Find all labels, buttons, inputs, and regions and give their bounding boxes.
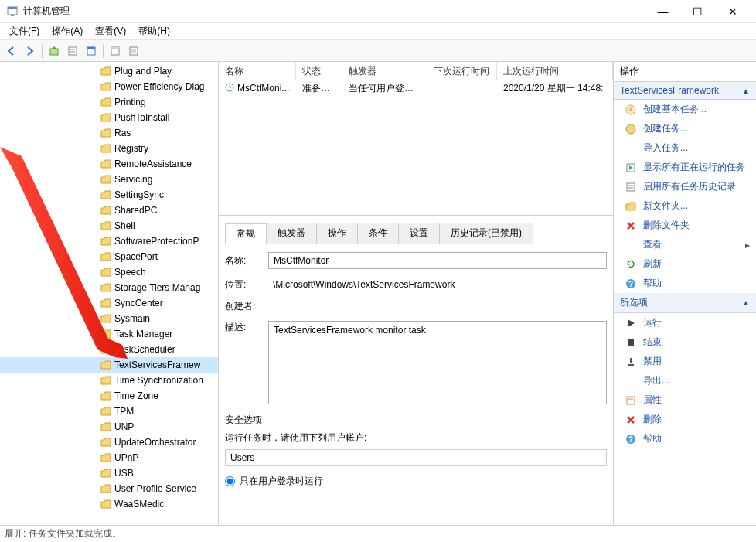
maximize-button[interactable]: ☐: [680, 1, 715, 22]
tree-item[interactable]: Shell: [0, 218, 218, 234]
action-properties[interactable]: 属性: [614, 390, 756, 410]
label-location: 位置:: [225, 278, 268, 291]
col-next[interactable]: 下次运行时间: [427, 62, 497, 80]
task-row[interactable]: MsCtfMoni... 准备就绪 当任何用户登录时 2020/1/20 星期一…: [219, 80, 613, 96]
statusbar: 展开: 任务文件夹加载完成。: [0, 526, 756, 541]
tree-item[interactable]: UNP: [0, 419, 218, 435]
tree-item[interactable]: Task Manager: [0, 326, 218, 342]
action-delete[interactable]: 删除: [614, 410, 756, 429]
input-name[interactable]: MsCtfMonitor: [268, 252, 607, 269]
tree-item-label: SyncCenter: [114, 298, 163, 308]
tab-triggers[interactable]: 触发器: [266, 223, 317, 244]
tab-settings[interactable]: 设置: [398, 223, 440, 244]
menu-view[interactable]: 查看(V): [89, 23, 132, 39]
detail-tabs: 常规 触发器 操作 条件 设置 历史记录(已禁用): [225, 223, 607, 244]
action-end[interactable]: 结束: [614, 332, 756, 352]
task-name: MsCtfMoni...: [237, 83, 289, 94]
tree-item-label: UNP: [114, 421, 134, 432]
action-run[interactable]: 运行: [614, 313, 756, 332]
tree-item[interactable]: Power Efficiency Diag: [0, 79, 218, 94]
tree-body[interactable]: Plug and PlayPower Efficiency DiagPrinti…: [0, 62, 218, 525]
tree-item[interactable]: Speech: [0, 264, 218, 280]
menu-file[interactable]: 文件(F): [3, 23, 46, 39]
tree-item[interactable]: Storage Tiers Manag: [0, 280, 218, 295]
tree-item-label: Time Synchronization: [114, 375, 203, 386]
tree-item[interactable]: UPnP: [0, 450, 218, 465]
menu-help[interactable]: 帮助(H): [132, 23, 176, 39]
tree-item[interactable]: PushToInstall: [0, 110, 218, 125]
tab-actions[interactable]: 操作: [316, 223, 358, 244]
input-desc[interactable]: TextServicesFramework monitor task: [268, 321, 607, 404]
tab-general[interactable]: 常规: [225, 223, 267, 244]
action-import-task[interactable]: 导入任务...: [614, 138, 756, 158]
tool-icon-6[interactable]: [125, 43, 142, 60]
folder-icon: [100, 97, 111, 107]
action-create-task[interactable]: 创建任务...: [614, 119, 756, 138]
tree-item[interactable]: SyncCenter: [0, 295, 218, 311]
tree-item[interactable]: Servicing: [0, 172, 218, 187]
col-name[interactable]: 名称: [219, 62, 296, 80]
action-disable[interactable]: 禁用: [614, 352, 756, 371]
tree-item[interactable]: TaskScheduler: [0, 342, 218, 357]
new-folder-icon: [625, 200, 637, 213]
action-create-basic[interactable]: 创建基本任务...: [614, 100, 756, 119]
tree-item[interactable]: USB: [0, 465, 218, 481]
label-creator: 创建者:: [225, 300, 268, 313]
tree-item[interactable]: UpdateOrchestrator: [0, 435, 218, 450]
action-new-folder[interactable]: 新文件夹...: [614, 196, 756, 216]
menu-action[interactable]: 操作(A): [46, 23, 89, 39]
tree-item[interactable]: TPM: [0, 404, 218, 419]
tree-item[interactable]: Sysmain: [0, 311, 218, 326]
action-enable-history[interactable]: 启用所有任务历史记录: [614, 177, 756, 196]
tree-item[interactable]: WaaSMedic: [0, 496, 218, 512]
tab-history[interactable]: 历史记录(已禁用): [439, 223, 533, 244]
tree-item[interactable]: RemoteAssistance: [0, 156, 218, 172]
svg-rect-3: [50, 49, 58, 55]
actions-group-context[interactable]: TextServicesFramework ▲: [614, 82, 756, 100]
action-help[interactable]: ? 帮助: [614, 274, 756, 293]
tree-item[interactable]: Time Zone: [0, 388, 218, 404]
back-button[interactable]: [3, 43, 20, 60]
actions-group-selected[interactable]: 所选项 ▲: [614, 293, 756, 313]
tree-item[interactable]: SharedPC: [0, 203, 218, 218]
tree-item[interactable]: Plug and Play: [0, 63, 218, 79]
radio-logged-on[interactable]: [225, 476, 235, 486]
forward-button[interactable]: [22, 43, 39, 60]
action-refresh[interactable]: 刷新: [614, 254, 756, 274]
col-last[interactable]: 上次运行时间: [497, 62, 613, 80]
svg-point-19: [626, 124, 635, 134]
tree-item[interactable]: User Profile Service: [0, 481, 218, 496]
tree-item[interactable]: SpacePort: [0, 249, 218, 264]
tree-item[interactable]: TextServicesFramew: [0, 357, 218, 373]
tree-item[interactable]: Printing: [0, 94, 218, 110]
action-delete-folder[interactable]: 删除文件夹: [614, 216, 756, 235]
refresh-icon[interactable]: [83, 43, 100, 60]
action-view[interactable]: 查看 ▸: [614, 235, 756, 254]
task-rows[interactable]: MsCtfMoni... 准备就绪 当任何用户登录时 2020/1/20 星期一…: [219, 80, 613, 215]
tree-item[interactable]: SettingSync: [0, 187, 218, 203]
action-show-running[interactable]: 显示所有正在运行的任务: [614, 158, 756, 177]
tree-item[interactable]: Registry: [0, 141, 218, 156]
tree-item[interactable]: Time Synchronization: [0, 373, 218, 388]
folder-icon: [100, 360, 111, 370]
value-creator: [268, 305, 607, 309]
col-trigger[interactable]: 触发器: [342, 62, 427, 80]
folder-icon: [100, 453, 111, 462]
help-icon[interactable]: [107, 43, 124, 60]
tree-item[interactable]: SoftwareProtectionP: [0, 234, 218, 249]
action-export[interactable]: 导出...: [614, 371, 756, 390]
titlebar: 计算机管理 — ☐ ✕: [0, 0, 756, 23]
up-icon[interactable]: [46, 43, 63, 60]
tree-panel: Plug and PlayPower Efficiency DiagPrinti…: [0, 62, 219, 525]
task-icon: [625, 123, 637, 135]
tab-conditions[interactable]: 条件: [357, 223, 399, 244]
folder-icon: [100, 206, 111, 215]
col-status[interactable]: 状态: [296, 62, 342, 80]
minimize-button[interactable]: —: [645, 1, 680, 22]
center-panel: 名称 状态 触发器 下次运行时间 上次运行时间 MsCtfMoni... 准备就…: [219, 62, 614, 525]
tree-item[interactable]: Ras: [0, 125, 218, 141]
action-help-2[interactable]: ? 帮助: [614, 429, 756, 448]
close-button[interactable]: ✕: [715, 1, 750, 22]
folder-icon: [100, 469, 111, 478]
properties-icon[interactable]: [64, 43, 81, 60]
